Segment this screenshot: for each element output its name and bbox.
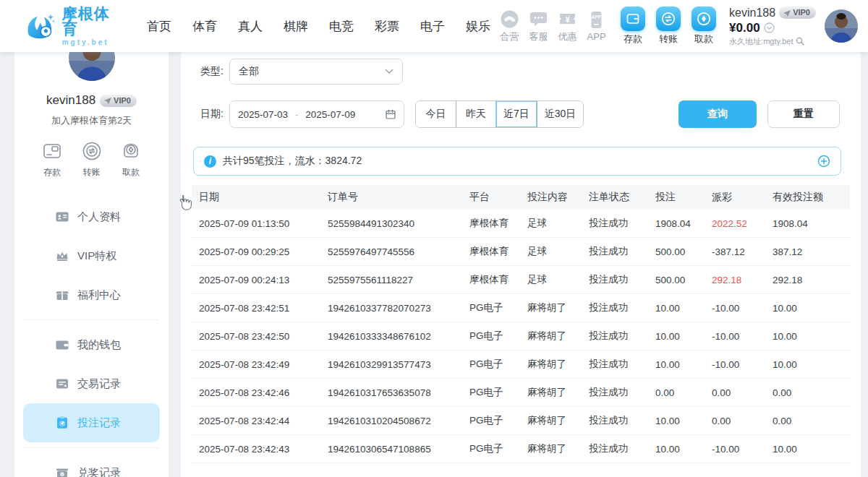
promo-link[interactable]: ¥ 优惠 [558,9,577,43]
promo-label: 优惠 [558,30,577,43]
cell-status: 投注成功 [589,301,655,314]
cell-status: 投注成功 [589,414,655,427]
menu-item-lottery[interactable]: 彩票 [375,18,399,35]
cell-bet-content: 麻将胡了 [527,386,589,399]
date-filter-row: 日期: 2025-07-03 - 2025-07-09 今日 昨天 近7日 近3… [181,100,861,128]
cell-date: 2025-07-08 23:42:49 [199,359,328,370]
sidebar-transfer-button[interactable]: 转账 [80,139,103,179]
menu-divider [24,319,159,320]
joined-days-text: 加入摩根体育第2天 [14,114,169,127]
sidebar-item-profile[interactable]: 个人资料 [23,197,160,236]
top-navbar: 摩根体育 mgty.bet 首页 体育 真人 棋牌 电竞 彩票 电子 娱乐 合营 [0,0,868,52]
cell-bet-amount: 1908.04 [655,218,712,229]
menu-item-esports[interactable]: 电竞 [329,18,354,35]
sidebar-item-prize-records[interactable]: R 兑奖记录 [23,453,160,477]
query-button[interactable]: 查询 [678,100,757,128]
date-range-input[interactable]: 2025-07-03 - 2025-07-09 [229,100,404,128]
sidebar-item-wallet[interactable]: 我的钱包 [23,325,160,364]
menu-item-entertainment[interactable]: 娱乐 [466,18,490,35]
cell-payout: 292.18 [712,275,773,285]
partner-icon [500,9,519,29]
id-card-icon [55,210,69,224]
app-link[interactable]: APP APP [587,10,606,42]
range-today-button[interactable]: 今日 [416,101,456,127]
app-icon: APP [587,10,606,30]
cell-bet-amount: 10.00 [655,359,712,370]
sidebar-transfer-label: 转账 [83,166,101,179]
cell-bet-content: 足球 [527,217,589,230]
brand-logo-icon [25,11,56,41]
sidebar-item-vip[interactable]: VIP特权 [23,236,160,275]
cell-platform: PG电子 [469,414,527,427]
cell-payout: -387.12 [712,246,773,257]
range-7days-button[interactable]: 近7日 [495,101,537,127]
cell-date: 2025-07-08 23:42:46 [199,387,328,398]
menu-item-cards[interactable]: 棋牌 [284,18,308,35]
type-select[interactable]: 全部 [229,59,403,85]
cell-payout: 2022.52 [712,218,773,229]
sidebar-avatar[interactable] [69,52,115,81]
withdraw-button[interactable]: 取款 [692,7,716,46]
table-row: 2025-07-09 00:29:25 5255976497745556 摩根体… [192,238,850,266]
sidebar-deposit-button[interactable]: 存款 [41,139,64,179]
sidebar-item-welfare[interactable]: 福利中心 [23,275,160,314]
cell-date: 2025-07-08 23:42:44 [199,416,328,426]
cell-status: 投注成功 [589,217,655,230]
summary-text: 共计95笔投注，流水：3824.72 [223,155,811,168]
date-to-value: 2025-07-09 [305,109,355,120]
brand-title: 摩根体育 [62,6,122,36]
cell-bet-amount: 10.00 [655,303,712,314]
menu-item-home[interactable]: 首页 [147,18,171,35]
cell-payout: -10.00 [712,303,773,314]
date-separator: - [295,109,298,120]
vip-badge: VIP0 [779,7,816,19]
cell-valid-amount: 292.18 [773,275,850,285]
magnifier-icon[interactable] [796,37,804,46]
cell-order-number: 5255984491302340 [328,218,469,229]
transfer-outline-icon [80,139,103,163]
cell-bet-amount: 500.00 [655,246,712,257]
col-order: 订单号 [328,191,469,204]
cell-order-number: 5255975561118227 [328,275,469,285]
cell-payout: 0.00 [712,416,773,426]
range-yesterday-button[interactable]: 昨天 [456,101,495,127]
sidebar-item-transactions[interactable]: 交易记录 [23,364,160,403]
cell-platform: PG电子 [469,386,527,399]
menu-item-sports[interactable]: 体育 [192,18,217,35]
reset-button[interactable]: 重置 [767,100,840,128]
transfer-label: 转账 [659,33,678,46]
cell-bet-amount: 0.00 [655,387,712,398]
sidebar-item-bet-records[interactable]: 投注记录 [23,403,160,442]
deposit-button[interactable]: 存款 [621,7,645,46]
deposit-outline-icon [41,139,64,163]
balance-expand-icon[interactable] [764,22,775,33]
support-link[interactable]: 客服 [529,9,548,43]
crown-icon [55,249,69,263]
withdraw-outline-icon [119,139,142,163]
table-body: 2025-07-09 01:13:50 5255984491302340 摩根体… [192,210,850,463]
chevron-down-icon [385,69,393,74]
brand-logo[interactable]: 摩根体育 mgty.bet [25,6,122,46]
menu-item-slots[interactable]: 电子 [420,18,445,35]
type-select-value: 全部 [239,65,385,78]
col-date: 日期 [199,191,328,204]
cell-order-number: 5255976497745556 [328,246,469,257]
user-avatar[interactable] [825,9,858,43]
menu-item-live[interactable]: 真人 [238,18,263,35]
transfer-icon [660,11,676,27]
cell-date: 2025-07-09 00:29:25 [199,246,328,257]
partner-link[interactable]: 合营 [500,9,519,43]
username: kevin188 [729,7,775,19]
support-icon [529,9,548,29]
expand-circle-plus-icon[interactable] [817,155,830,168]
cell-status: 投注成功 [589,386,655,399]
range-30days-button[interactable]: 近30日 [537,101,584,127]
table-row: 2025-07-08 23:42:51 1942610337782070273 … [192,294,850,322]
transfer-button[interactable]: 转账 [656,7,681,46]
cell-bet-content: 麻将胡了 [527,442,589,455]
betting-records-page: 摩根体育 mgty.bet 首页 体育 真人 棋牌 电竞 彩票 电子 娱乐 合营 [0,0,868,477]
sidebar-withdraw-button[interactable]: 取款 [119,139,142,179]
type-filter-row: 类型: 全部 [181,59,861,85]
table-row: 2025-07-09 00:24:13 5255975561118227 摩根体… [192,266,850,294]
sidebar-quick-actions: 存款 转账 取款 [14,139,169,179]
